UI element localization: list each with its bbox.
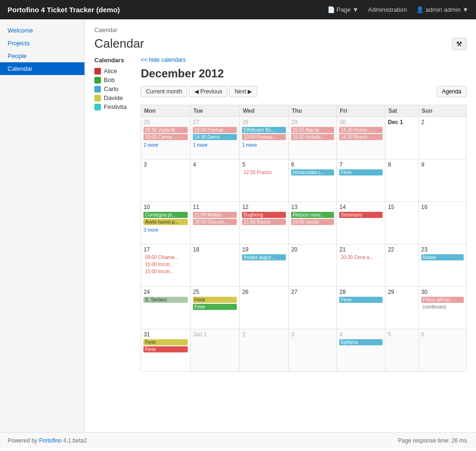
cal-event[interactable]: 14:30 Demo <box>193 134 237 140</box>
cal-event[interactable]: 10:00 Formaz... <box>242 134 286 140</box>
day-number: 23 <box>421 246 464 253</box>
col-wed: Wed <box>240 105 289 117</box>
day-number: 2 <box>242 331 286 338</box>
cal-event[interactable]: 16:00 Discuss... <box>193 219 237 225</box>
day-number: 29 <box>388 289 416 295</box>
cal-event[interactable]: 15:00 Installa... <box>291 134 334 140</box>
day-jan4: 4 Epifania <box>337 329 385 372</box>
page-menu[interactable]: 📄 Page ▼ <box>327 6 359 13</box>
day-number: 6 <box>421 331 464 338</box>
day-number: 28 <box>339 289 383 295</box>
day-number: 10 <box>143 204 188 210</box>
cal-event[interactable]: 14:30 Riunio... <box>339 127 383 133</box>
cal-event[interactable]: 10:00 Conse... <box>143 134 188 140</box>
cal-event[interactable]: Effettuare Bo... <box>242 127 286 133</box>
davide-color-swatch <box>94 95 101 101</box>
cal-event[interactable]: Ferie <box>339 297 383 303</box>
sidebar-item-people[interactable]: People <box>0 50 84 62</box>
agenda-button[interactable]: Agenda <box>437 86 467 97</box>
sidebar-item-calendar[interactable]: Calendar <box>0 62 84 75</box>
sidebar-item-welcome[interactable]: Welcome <box>0 24 84 37</box>
cal-event[interactable]: 12:30 Pranzo <box>242 169 286 175</box>
day-dec10: 10 Consegna pr... Avvio nuovo p... 3 mor… <box>141 202 191 244</box>
cal-event[interactable]: Seminario <box>339 212 383 218</box>
cal-event[interactable]: S. Stefano <box>143 297 188 303</box>
cal-event[interactable]: Avvio nuovo p... <box>143 219 188 225</box>
cal-event[interactable]: 14:30 Riunio... <box>339 134 383 140</box>
day-dec15: 15 <box>385 202 419 244</box>
sidebar-item-projects[interactable]: Projects <box>0 37 84 50</box>
settings-button[interactable]: ⚒ <box>452 38 467 50</box>
col-sun: Sun <box>418 105 466 117</box>
day-dec26: 26 <box>240 287 289 329</box>
cal-event[interactable]: Ferie <box>193 297 237 303</box>
alice-color-swatch <box>94 68 101 75</box>
calendar-list: Calendars Alice Bob Carlo Davide <box>94 57 126 372</box>
more-events-link[interactable]: 1 more <box>193 142 208 148</box>
cal-event[interactable]: 09:00 Chiama... <box>143 254 188 260</box>
cal-event[interactable]: Ferie <box>193 304 237 310</box>
day-dec27: 27 <box>289 287 337 329</box>
davide-label: Davide <box>104 94 123 101</box>
page-header: Calendar ⚒ <box>94 36 467 51</box>
cal-item-carlo: Carlo <box>94 85 126 92</box>
cal-item-alice: Alice <box>94 67 126 75</box>
next-button[interactable]: Next ▶ <box>229 86 257 97</box>
day-number: 5 <box>242 161 286 168</box>
cal-event[interactable]: 08:30 Visita M... <box>143 127 188 133</box>
cal-item-bob: Bob <box>94 76 126 84</box>
cal-event[interactable]: Ferie <box>143 346 188 352</box>
cal-event[interactable]: 15:00 App.to <box>291 127 334 133</box>
cal-event[interactable]: 11:00 Banca <box>242 219 286 225</box>
cal-event[interactable]: 11:00 Matteo <box>193 212 237 218</box>
day-dec6: 6 Immacolata c... <box>289 159 337 202</box>
portofino-link[interactable]: Portofino <box>39 437 62 444</box>
user-menu[interactable]: 👤 admin admin ▼ <box>416 6 468 13</box>
day-number: 9 <box>421 161 464 168</box>
day-dec29: 29 <box>385 287 419 329</box>
app-title: Portofino 4 Ticket Tracker (demo) <box>8 6 327 14</box>
hide-calendars-link[interactable]: << hide calendars <box>141 57 467 63</box>
day-number: 19 <box>242 246 286 253</box>
day-number: 27 <box>193 119 237 125</box>
more-events-link[interactable]: 3 more <box>143 227 158 233</box>
more-events-link[interactable]: 2 more <box>143 142 158 148</box>
day-number: 6 <box>291 161 334 168</box>
cal-event[interactable]: Natale <box>421 254 464 260</box>
cal-event[interactable]: 20:30 Cena a... <box>339 254 383 260</box>
cal-event[interactable]: 10:00 Formaz... <box>193 127 237 133</box>
more-events-link[interactable]: 1 more <box>242 142 257 148</box>
day-nov30: 30 14:30 Riunio... 14:30 Riunio... <box>337 117 385 159</box>
day-number: 24 <box>143 289 188 295</box>
cal-event[interactable]: Immacolata c... <box>291 169 334 175</box>
administration-link[interactable]: Administration <box>368 6 407 13</box>
day-number: 3 <box>143 161 188 168</box>
day-number: 12 <box>242 204 286 210</box>
day-number: 27 <box>291 289 334 295</box>
day-number: 22 <box>388 246 416 253</box>
previous-button[interactable]: ◀ Previous <box>189 86 227 97</box>
cal-event[interactable]: Bugfixing <box>242 212 286 218</box>
cal-event[interactable]: 15:00 Incotr... <box>143 261 188 267</box>
day-dec14: 14 Seminario <box>337 202 385 244</box>
cal-event: (continues) <box>421 304 464 310</box>
cal-event[interactable]: Inviare augur... <box>242 254 286 260</box>
day-number: 11 <box>193 204 237 210</box>
calendar-main: << hide calendars December 2012 Current … <box>141 57 467 372</box>
cal-event[interactable]: Rilascio nuov... <box>291 212 334 218</box>
day-dec24: 24 S. Stefano <box>141 287 191 329</box>
powered-by-text: Powered by Portofino 4.1.beta2 <box>8 437 87 444</box>
cal-event[interactable]: Epifania <box>339 339 383 345</box>
col-sat: Sat <box>385 105 419 117</box>
day-number: 30 <box>421 289 464 295</box>
cal-event[interactable]: 16:00 Uscita <box>291 219 334 225</box>
cal-event[interactable]: 15:00 Incotr... <box>143 268 188 275</box>
day-number: 4 <box>193 161 237 168</box>
cal-event[interactable]: Consegna pr... <box>143 212 188 218</box>
day-dec25: 25 Ferie Ferie <box>191 287 240 329</box>
current-month-button[interactable]: Current month <box>141 86 187 97</box>
cal-event[interactable]: Ferie <box>143 339 188 345</box>
day-dec28: 28 Ferie <box>337 287 385 329</box>
cal-event[interactable]: Primo dell'an... <box>421 297 464 303</box>
cal-event[interactable]: Ferie <box>339 169 383 175</box>
